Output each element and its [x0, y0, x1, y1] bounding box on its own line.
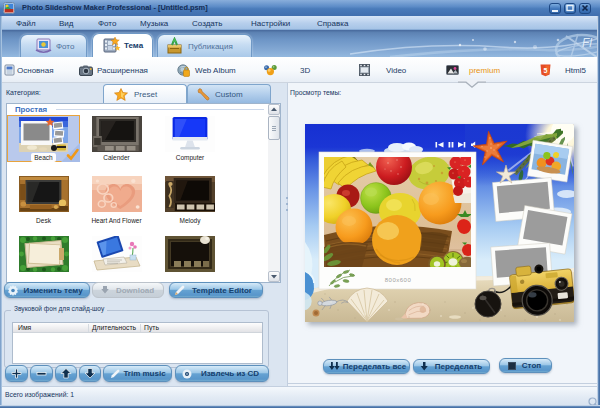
svg-text:Fl: Fl	[582, 36, 592, 50]
svg-text:800x600: 800x600	[385, 277, 412, 283]
svg-text:5: 5	[544, 67, 548, 74]
